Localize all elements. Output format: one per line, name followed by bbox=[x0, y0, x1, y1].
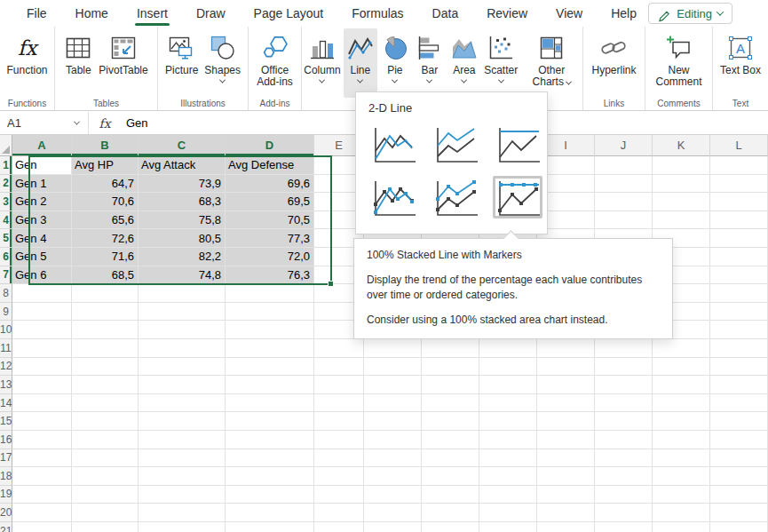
cell-A21[interactable] bbox=[12, 522, 72, 532]
cell-B9[interactable] bbox=[72, 303, 139, 322]
cell-B20[interactable] bbox=[72, 504, 139, 522]
chart-type-stacked-line[interactable] bbox=[431, 123, 480, 165]
cell-L20[interactable] bbox=[710, 504, 768, 522]
cell-G11[interactable] bbox=[422, 339, 479, 358]
picture-button[interactable]: Picture bbox=[162, 28, 201, 98]
row-header-20[interactable]: 20 bbox=[0, 504, 12, 522]
cell-D1[interactable]: Avg Defense bbox=[226, 156, 314, 175]
cell-A14[interactable] bbox=[12, 394, 72, 413]
cell-I20[interactable] bbox=[537, 504, 595, 522]
menu-tab-insert[interactable]: Insert bbox=[123, 0, 182, 27]
cell-I21[interactable] bbox=[537, 522, 595, 532]
cell-G16[interactable] bbox=[422, 431, 479, 449]
chart-type-line[interactable] bbox=[368, 123, 418, 165]
cell-C10[interactable] bbox=[139, 321, 226, 339]
cell-G15[interactable] bbox=[422, 412, 479, 431]
cell-G17[interactable] bbox=[422, 449, 479, 468]
shapes-button[interactable]: Shapes bbox=[202, 28, 243, 98]
cell-I11[interactable] bbox=[537, 339, 595, 358]
menu-tab-view[interactable]: View bbox=[542, 0, 597, 27]
cell-L8[interactable] bbox=[710, 284, 768, 303]
column-button[interactable]: Column bbox=[302, 28, 343, 98]
cell-D9[interactable] bbox=[226, 303, 314, 322]
cell-G19[interactable] bbox=[422, 486, 479, 504]
cell-D14[interactable] bbox=[226, 394, 314, 413]
cell-G14[interactable] bbox=[422, 394, 479, 413]
cell-H11[interactable] bbox=[479, 339, 537, 358]
cell-D8[interactable] bbox=[226, 284, 314, 303]
cell-C4[interactable]: 75,8 bbox=[139, 211, 226, 230]
cell-A20[interactable] bbox=[12, 504, 72, 522]
cell-B14[interactable] bbox=[72, 394, 139, 413]
cell-K21[interactable] bbox=[653, 522, 710, 532]
cell-G13[interactable] bbox=[422, 376, 479, 394]
cell-L12[interactable] bbox=[710, 358, 768, 377]
cell-K13[interactable] bbox=[653, 376, 710, 394]
cell-F13[interactable] bbox=[364, 376, 422, 394]
cell-B18[interactable] bbox=[72, 467, 139, 486]
cell-L11[interactable] bbox=[710, 339, 768, 358]
cell-L21[interactable] bbox=[710, 522, 768, 532]
row-header-15[interactable]: 15 bbox=[0, 412, 12, 431]
cell-I12[interactable] bbox=[537, 358, 595, 377]
menu-tab-page-layout[interactable]: Page Layout bbox=[240, 0, 338, 27]
cell-J12[interactable] bbox=[595, 358, 653, 377]
menu-tab-draw[interactable]: Draw bbox=[182, 0, 240, 27]
cell-C16[interactable] bbox=[139, 431, 226, 449]
cell-C12[interactable] bbox=[139, 358, 226, 377]
cell-D4[interactable]: 70,5 bbox=[226, 211, 314, 230]
cell-L2[interactable] bbox=[710, 175, 768, 194]
cell-D17[interactable] bbox=[226, 449, 314, 468]
cell-B8[interactable] bbox=[72, 284, 139, 303]
cell-A10[interactable] bbox=[12, 321, 72, 339]
row-header-1[interactable]: 1 bbox=[0, 156, 12, 175]
cell-B5[interactable]: 72,6 bbox=[72, 229, 139, 248]
cell-C11[interactable] bbox=[139, 339, 226, 358]
cell-K12[interactable] bbox=[653, 358, 710, 377]
cell-C13[interactable] bbox=[139, 376, 226, 394]
cell-K1[interactable] bbox=[653, 156, 710, 175]
name-box[interactable]: A1 bbox=[0, 112, 89, 134]
cell-H14[interactable] bbox=[479, 394, 537, 413]
cell-A11[interactable] bbox=[12, 339, 72, 358]
column-header-l[interactable]: L bbox=[710, 135, 768, 156]
cell-C14[interactable] bbox=[139, 394, 226, 413]
cell-K15[interactable] bbox=[653, 412, 710, 431]
cell-B11[interactable] bbox=[72, 339, 139, 358]
cell-B15[interactable] bbox=[72, 412, 139, 431]
cell-E14[interactable] bbox=[314, 394, 364, 413]
cell-A12[interactable] bbox=[12, 358, 72, 377]
cell-D6[interactable]: 72,0 bbox=[226, 248, 314, 266]
cell-F15[interactable] bbox=[364, 412, 422, 431]
cell-L6[interactable] bbox=[710, 248, 768, 266]
cell-A19[interactable] bbox=[12, 486, 72, 504]
cell-E11[interactable] bbox=[314, 339, 364, 358]
row-header-3[interactable]: 3 bbox=[0, 193, 12, 211]
cell-K11[interactable] bbox=[653, 339, 710, 358]
cell-F16[interactable] bbox=[364, 431, 422, 449]
cell-C21[interactable] bbox=[139, 522, 226, 532]
cell-J11[interactable] bbox=[595, 339, 653, 358]
text-box-button[interactable]: Text Box bbox=[717, 28, 764, 98]
cell-J3[interactable] bbox=[595, 193, 653, 211]
cell-K14[interactable] bbox=[653, 394, 710, 413]
cell-L7[interactable] bbox=[710, 266, 768, 285]
cell-B12[interactable] bbox=[72, 358, 139, 377]
cell-A2[interactable]: Gen 1 bbox=[12, 175, 72, 194]
cell-C5[interactable]: 80,5 bbox=[139, 229, 226, 248]
row-header-2[interactable]: 2 bbox=[0, 175, 12, 194]
chart-type-stacked-line-with-markers[interactable] bbox=[431, 176, 480, 218]
cell-F21[interactable] bbox=[364, 522, 422, 532]
row-header-9[interactable]: 9 bbox=[0, 303, 12, 322]
cell-H12[interactable] bbox=[479, 358, 537, 377]
scatter-button[interactable]: Scatter bbox=[482, 28, 520, 98]
cell-E13[interactable] bbox=[314, 376, 364, 394]
cell-B10[interactable] bbox=[72, 321, 139, 339]
cell-A15[interactable] bbox=[12, 412, 72, 431]
cell-K17[interactable] bbox=[653, 449, 710, 468]
cell-C6[interactable]: 82,2 bbox=[139, 248, 226, 266]
cell-L5[interactable] bbox=[710, 229, 768, 248]
cell-K20[interactable] bbox=[653, 504, 710, 522]
cell-G12[interactable] bbox=[422, 358, 479, 377]
cell-A9[interactable] bbox=[12, 303, 72, 322]
